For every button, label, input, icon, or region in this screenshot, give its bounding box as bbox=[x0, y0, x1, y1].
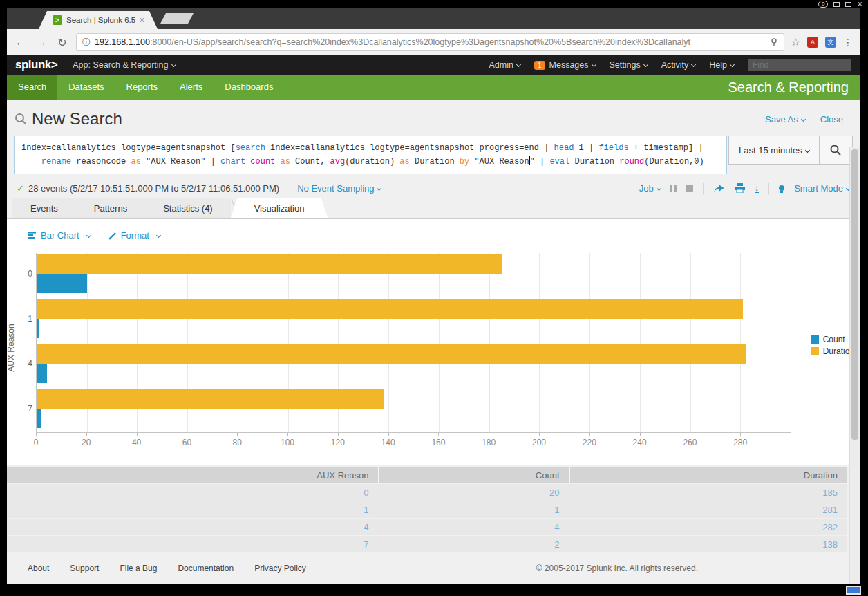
nav-item-dashboards[interactable]: Dashboards bbox=[214, 75, 284, 100]
desktop: 0 ✕ > Search | Splunk 6.5. ✕ ← → ↻ ⓘ 192… bbox=[0, 0, 868, 596]
tab-patterns[interactable]: Patterns bbox=[76, 198, 145, 218]
query-token: index=callanalytics logtype=agentsnapsho… bbox=[21, 143, 236, 153]
bookmark-star-icon[interactable]: ☆ bbox=[791, 36, 800, 48]
extension-red-icon[interactable]: A bbox=[807, 37, 818, 48]
title-row: New Search Save As Close bbox=[7, 100, 860, 134]
save-as-button[interactable]: Save As bbox=[765, 114, 805, 124]
table-cell[interactable]: 2 bbox=[378, 539, 569, 550]
bar-duration-cat-7[interactable] bbox=[37, 389, 384, 409]
table-cell[interactable]: 281 bbox=[569, 505, 847, 515]
format-menu[interactable]: Format bbox=[108, 230, 160, 241]
chevron-down-icon bbox=[591, 62, 596, 67]
run-search-button[interactable] bbox=[820, 136, 853, 165]
table-cell[interactable]: 138 bbox=[569, 539, 847, 550]
settings-menu[interactable]: Settings bbox=[610, 60, 648, 70]
footer-link-privacy-policy[interactable]: Privacy Policy bbox=[254, 564, 306, 573]
pin-icon[interactable] bbox=[770, 38, 778, 46]
address-bar[interactable]: ⓘ 192.168.1.100:8000/en-US/app/search/se… bbox=[76, 33, 784, 51]
table-cell[interactable]: 1 bbox=[378, 505, 569, 515]
bar-duration-cat-1[interactable] bbox=[37, 299, 743, 319]
legend-item-duration[interactable]: Duration bbox=[811, 346, 854, 356]
maximize-icon[interactable] bbox=[845, 2, 851, 7]
chart-type-picker[interactable]: Bar Chart bbox=[28, 230, 91, 241]
stop-job-icon[interactable] bbox=[686, 185, 693, 192]
pause-job-icon[interactable] bbox=[670, 185, 677, 192]
admin-menu[interactable]: Admin bbox=[489, 60, 520, 70]
job-menu[interactable]: Job bbox=[639, 183, 661, 194]
chevron-down-icon bbox=[805, 147, 810, 152]
help-menu[interactable]: Help bbox=[709, 60, 734, 70]
forward-icon[interactable]: → bbox=[35, 36, 48, 48]
bar-count-cat-0[interactable] bbox=[37, 274, 87, 293]
nav-item-reports[interactable]: Reports bbox=[115, 75, 169, 100]
footer-link-support[interactable]: Support bbox=[70, 564, 99, 573]
query-token: reasoncode bbox=[71, 157, 131, 167]
bar-count-cat-4[interactable] bbox=[37, 364, 47, 383]
time-range-picker[interactable]: Last 15 minutes bbox=[728, 136, 820, 165]
tab-visualization[interactable]: Visualization bbox=[231, 198, 328, 218]
table-cell[interactable]: 20 bbox=[378, 487, 569, 498]
browser-menu-icon[interactable]: ⋮ bbox=[843, 37, 853, 48]
browser-tab[interactable]: > Search | Splunk 6.5. ✕ bbox=[39, 11, 158, 29]
table-cell[interactable]: 7 bbox=[7, 539, 378, 550]
share-icon[interactable] bbox=[713, 183, 725, 193]
tab-events[interactable]: Events bbox=[12, 198, 76, 218]
search-mode-menu[interactable]: Smart Mode bbox=[794, 183, 850, 194]
column-header-duration[interactable]: Duration bbox=[569, 467, 847, 483]
search-title-icon bbox=[14, 112, 28, 126]
chart-band: 7 bbox=[37, 388, 791, 433]
bar-duration-cat-0[interactable] bbox=[37, 254, 502, 274]
footer-link-about[interactable]: About bbox=[28, 564, 49, 573]
new-tab-button[interactable] bbox=[160, 13, 194, 24]
close-window-icon[interactable]: ✕ bbox=[857, 1, 862, 7]
table-cell[interactable]: 4 bbox=[7, 522, 378, 532]
x-tick-label: 100 bbox=[281, 438, 294, 447]
extension-translate-icon[interactable]: 文 bbox=[825, 37, 836, 48]
find-input[interactable] bbox=[748, 59, 851, 71]
footer-link-file-a-bug[interactable]: File a Bug bbox=[120, 564, 157, 573]
search-query-input[interactable]: index=callanalytics logtype=agentsnapsho… bbox=[14, 136, 727, 174]
table-header-row: AUX ReasonCountDuration bbox=[7, 467, 847, 483]
bar-count-cat-1[interactable] bbox=[37, 319, 39, 338]
messages-menu[interactable]: Messages bbox=[549, 60, 596, 70]
taskbar-widget[interactable] bbox=[846, 586, 861, 595]
page-scrollbar[interactable] bbox=[849, 147, 860, 584]
browser-tabstrip: > Search | Splunk 6.5. ✕ bbox=[7, 8, 860, 29]
table-cell[interactable]: 185 bbox=[569, 487, 847, 498]
nav-item-alerts[interactable]: Alerts bbox=[169, 75, 214, 100]
table-cell[interactable]: 282 bbox=[569, 522, 847, 532]
x-tick bbox=[388, 433, 389, 436]
minimize-icon[interactable] bbox=[833, 2, 840, 7]
close-button[interactable]: Close bbox=[820, 114, 843, 124]
footer-link-documentation[interactable]: Documentation bbox=[178, 564, 234, 573]
splunk-logo[interactable]: splunk> bbox=[15, 58, 57, 72]
table-cell[interactable]: 1 bbox=[7, 505, 378, 515]
tab-statistics[interactable]: Statistics (4) bbox=[145, 198, 231, 218]
reload-icon[interactable]: ↻ bbox=[55, 36, 69, 49]
print-icon[interactable] bbox=[735, 183, 745, 193]
nav-item-datasets[interactable]: Datasets bbox=[57, 75, 115, 100]
column-header-aux-reason[interactable]: AUX Reason bbox=[7, 467, 378, 483]
x-tick-label: 80 bbox=[233, 438, 242, 447]
app-menu[interactable]: App: Search & Reporting bbox=[73, 60, 175, 70]
browser-urlbar: ← → ↻ ⓘ 192.168.1.100:8000/en-US/app/sea… bbox=[7, 29, 860, 55]
bar-count-cat-7[interactable] bbox=[37, 409, 41, 428]
nav-item-search[interactable]: Search bbox=[7, 75, 57, 100]
legend-item-count[interactable]: Count bbox=[811, 335, 854, 344]
event-sampling-menu[interactable]: No Event Sampling bbox=[297, 183, 381, 194]
page-info-icon[interactable]: ⓘ bbox=[82, 37, 91, 48]
query-token: as bbox=[281, 157, 290, 167]
export-icon[interactable]: ↓ bbox=[755, 184, 760, 193]
x-tick-label: 220 bbox=[583, 438, 596, 447]
activity-menu[interactable]: Activity bbox=[661, 60, 696, 70]
query-token: Duration bbox=[410, 157, 460, 167]
back-icon[interactable]: ← bbox=[14, 36, 28, 48]
tab-close-icon[interactable]: ✕ bbox=[139, 16, 145, 25]
table-cell[interactable]: 0 bbox=[7, 487, 378, 498]
column-header-count[interactable]: Count bbox=[378, 467, 569, 483]
table-cell[interactable]: 4 bbox=[378, 522, 569, 532]
bar-chart: AUX Reason 0147 020406080100120140160180… bbox=[7, 253, 860, 460]
scrollbar-thumb[interactable] bbox=[851, 149, 858, 440]
results-tabs: EventsPatternsStatistics (4)Visualizatio… bbox=[7, 198, 860, 219]
bar-duration-cat-4[interactable] bbox=[37, 344, 746, 364]
